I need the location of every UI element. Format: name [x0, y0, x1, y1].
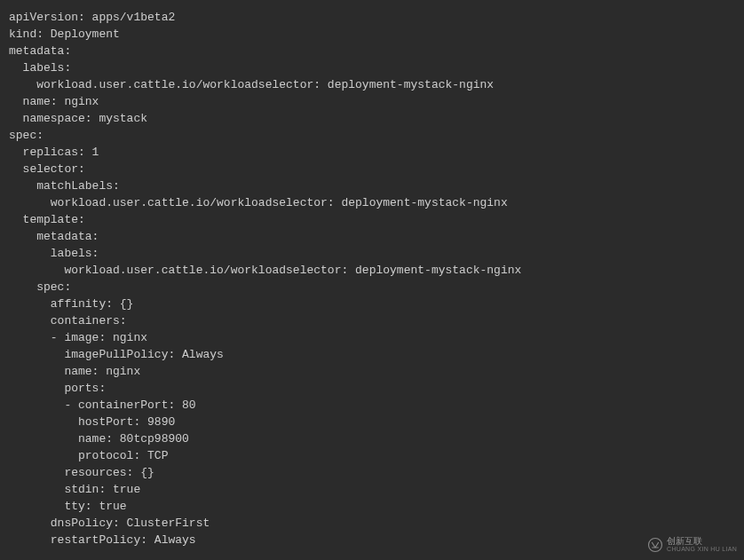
code-line: metadata:: [9, 228, 735, 245]
code-line: apiVersion: apps/v1beta2: [9, 9, 735, 26]
watermark-cn: 创新互联: [667, 536, 737, 546]
yaml-code-block: apiVersion: apps/v1beta2kind: Deployment…: [9, 9, 735, 548]
code-line: namespace: mystack: [9, 110, 735, 127]
code-line: labels:: [9, 59, 735, 76]
watermark-text: 创新互联 CHUANG XIN HU LIAN: [667, 536, 737, 553]
code-line: replicas: 1: [9, 144, 735, 161]
code-line: workload.user.cattle.io/workloadselector…: [9, 194, 735, 211]
code-line: containers:: [9, 312, 735, 329]
code-line: dnsPolicy: ClusterFirst: [9, 515, 735, 532]
code-line: workload.user.cattle.io/workloadselector…: [9, 262, 735, 279]
code-line: tty: true: [9, 498, 735, 515]
code-line: template:: [9, 211, 735, 228]
code-line: spec:: [9, 127, 735, 144]
code-line: spec:: [9, 279, 735, 296]
code-line: metadata:: [9, 43, 735, 59]
code-line: - containerPort: 80: [9, 397, 735, 414]
code-line: resources: {}: [9, 464, 735, 481]
code-line: affinity: {}: [9, 296, 735, 312]
code-line: name: nginx: [9, 93, 735, 110]
code-line: hostPort: 9890: [9, 414, 735, 430]
svg-point-0: [649, 538, 662, 551]
code-line: kind: Deployment: [9, 26, 735, 43]
code-line: imagePullPolicy: Always: [9, 346, 735, 363]
code-line: matchLabels:: [9, 177, 735, 194]
code-line: name: 80tcp98900: [9, 430, 735, 447]
code-line: ports:: [9, 380, 735, 397]
watermark: 创新互联 CHUANG XIN HU LIAN: [647, 536, 737, 553]
code-line: workload.user.cattle.io/workloadselector…: [9, 76, 735, 93]
code-line: name: nginx: [9, 363, 735, 380]
code-line: - image: nginx: [9, 329, 735, 346]
code-line: restartPolicy: Always: [9, 532, 735, 548]
code-line: labels:: [9, 245, 735, 262]
code-line: stdin: true: [9, 481, 735, 498]
watermark-en: CHUANG XIN HU LIAN: [667, 546, 737, 553]
code-line: protocol: TCP: [9, 447, 735, 464]
code-line: selector:: [9, 161, 735, 177]
watermark-logo-icon: [647, 537, 663, 553]
